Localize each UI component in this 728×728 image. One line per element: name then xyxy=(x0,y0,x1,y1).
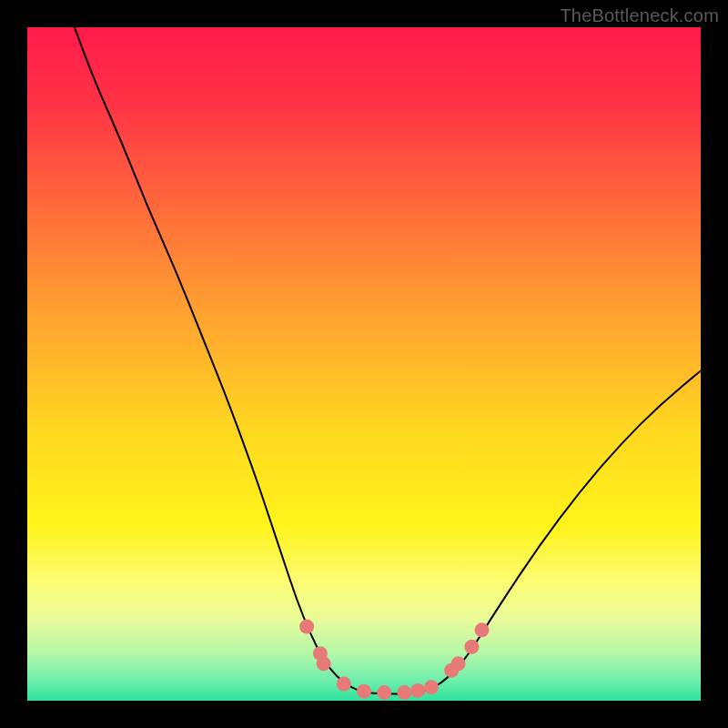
watermark-text: TheBottleneck.com xyxy=(560,5,719,26)
marker-dot xyxy=(464,640,479,654)
marker-dot xyxy=(410,683,425,698)
marker-dot xyxy=(424,680,439,694)
marker-dot xyxy=(299,620,314,634)
marker-dot xyxy=(337,677,351,692)
marker-dot xyxy=(475,622,490,637)
marker-dot xyxy=(317,656,331,671)
curve-layer xyxy=(27,27,701,701)
bottleneck-curve xyxy=(75,27,701,694)
marker-dot xyxy=(451,656,466,671)
marker-dot xyxy=(377,685,391,700)
marker-dot xyxy=(397,685,411,700)
chart-area xyxy=(27,27,701,701)
marker-dot xyxy=(357,684,371,699)
highlight-dots xyxy=(299,620,489,701)
